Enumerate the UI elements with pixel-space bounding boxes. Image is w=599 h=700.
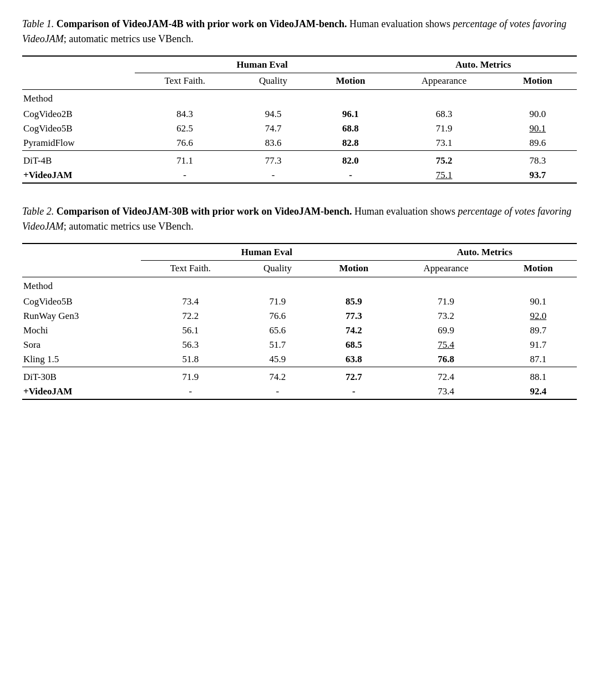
quality-cell: 83.6 [235,136,312,151]
text-faith-cell: 76.6 [135,136,235,151]
motion-auto-cell: 93.7 [499,168,577,183]
motion-human-cell: 74.2 [315,323,392,338]
motion-auto-cell: 90.1 [500,295,577,309]
text-faith-cell: - [135,168,235,183]
table-2-col-appearance: Appearance [392,261,499,277]
motion-auto-cell: 89.6 [499,136,577,151]
table-2-caption: Table 2. Comparison of VideoJAM-30B with… [22,204,577,234]
table-1-title-bold: Comparison of VideoJAM-4B with prior wor… [54,18,347,29]
table-1-caption-normal: Human evaluation shows [347,18,453,29]
motion-auto-cell: 91.7 [500,338,577,352]
motion-human-cell: 85.9 [315,295,392,309]
table-1-method-col-label: Method [22,90,135,108]
table-1: Human Eval Auto. Metrics Text Faith. Qua… [22,55,577,184]
motion-auto-cell: 78.3 [499,151,577,169]
table-row: Sora56.351.768.575.491.7 [22,338,577,352]
table-1-col-quality: Quality [235,73,312,90]
table-1-proposed-rows: DiT-4B71.177.382.075.278.3+VideoJAM---75… [22,151,577,184]
table-1-auto-metrics-header: Auto. Metrics [390,56,577,73]
table-1-human-eval-header: Human Eval [135,56,390,73]
table-1-col-motion2: Motion [499,73,577,90]
motion-auto-cell: 87.1 [500,352,577,367]
method-cell: PyramidFlow [22,136,135,151]
table-1-col-text-faith: Text Faith. [135,73,235,90]
table-2-title-bold: Comparison of VideoJAM-30B with prior wo… [54,206,352,217]
table-2-human-eval-header: Human Eval [141,244,392,261]
table-1-section: Table 1. Comparison of VideoJAM-4B with … [22,17,577,184]
motion-human-cell: - [315,384,392,399]
table-row: PyramidFlow76.683.682.873.189.6 [22,136,577,151]
method-cell: Mochi [22,323,141,338]
table-row: Mochi56.165.674.269.989.7 [22,323,577,338]
table-2-bottom-border [22,399,577,400]
motion-auto-cell: 92.0 [500,309,577,323]
motion-auto-cell: 90.0 [499,107,577,121]
table-1-num: Table 1. [22,18,54,29]
table-1-method-label-row: Method [22,90,577,108]
text-faith-cell: 72.2 [141,309,240,323]
appearance-cell: 72.4 [392,367,499,385]
method-cell: Kling 1.5 [22,352,141,367]
motion-human-cell: 77.3 [315,309,392,323]
appearance-cell: 71.9 [392,295,499,309]
table-1-col-appearance: Appearance [390,73,499,90]
text-faith-cell: 62.5 [135,121,235,136]
method-cell: +VideoJAM [22,168,135,183]
appearance-cell: 73.4 [392,384,499,399]
table-row: RunWay Gen372.276.677.373.292.0 [22,309,577,323]
table-2-col-quality: Quality [240,261,316,277]
quality-cell: 45.9 [240,352,316,367]
motion-human-cell: 63.8 [315,352,392,367]
motion-human-cell: 96.1 [311,107,389,121]
table-1-bottom-border [22,183,577,184]
table-2: Human Eval Auto. Metrics Text Faith. Qua… [22,243,577,400]
quality-cell: 94.5 [235,107,312,121]
motion-auto-cell: 89.7 [500,323,577,338]
motion-human-cell: 82.8 [311,136,389,151]
table-2-col-text-faith: Text Faith. [141,261,240,277]
quality-cell: 65.6 [240,323,316,338]
table-2-proposed-rows: DiT-30B71.974.272.772.488.1+VideoJAM---7… [22,367,577,400]
appearance-cell: 73.1 [390,136,499,151]
text-faith-cell: 56.3 [141,338,240,352]
table-2-col-motion: Motion [315,261,392,277]
table-1-baseline-rows: CogVideo2B84.394.596.168.390.0CogVideo5B… [22,107,577,151]
method-cell: RunWay Gen3 [22,309,141,323]
appearance-cell: 75.1 [390,168,499,183]
table-1-group-header-row: Human Eval Auto. Metrics [22,56,577,73]
quality-cell: 71.9 [240,295,316,309]
quality-cell: 76.6 [240,309,316,323]
text-faith-cell: 56.1 [141,323,240,338]
quality-cell: 51.7 [240,338,316,352]
motion-auto-cell: 88.1 [500,367,577,385]
quality-cell: 74.7 [235,121,312,136]
table-2-method-col-label: Method [22,277,141,295]
appearance-cell: 75.2 [390,151,499,169]
method-cell: DiT-4B [22,151,135,169]
motion-human-cell: 82.0 [311,151,389,169]
text-faith-cell: 71.1 [135,151,235,169]
table-2-caption-normal: Human evaluation shows [352,206,458,217]
method-cell: DiT-30B [22,367,141,385]
table-1-col-motion: Motion [311,73,389,90]
method-cell: Sora [22,338,141,352]
text-faith-cell: 51.8 [141,352,240,367]
quality-cell: - [240,384,316,399]
method-cell: CogVideo5B [22,121,135,136]
text-faith-cell: 71.9 [141,367,240,385]
table-2-col-motion2: Motion [500,261,577,277]
table-2-empty-header [22,244,141,277]
appearance-cell: 69.9 [392,323,499,338]
motion-auto-cell: 90.1 [499,121,577,136]
text-faith-cell: 84.3 [135,107,235,121]
table-row: CogVideo5B73.471.985.971.990.1 [22,295,577,309]
table-1-caption-end: ; automatic metrics use VBench. [64,33,194,44]
table-1-empty-header [22,56,135,90]
table-row: CogVideo2B84.394.596.168.390.0 [22,107,577,121]
table-2-baseline-rows: CogVideo5B73.471.985.971.990.1RunWay Gen… [22,295,577,367]
appearance-cell: 75.4 [392,338,499,352]
motion-human-cell: 68.8 [311,121,389,136]
text-faith-cell: - [141,384,240,399]
table-row: +VideoJAM---73.492.4 [22,384,577,399]
table-row: +VideoJAM---75.193.7 [22,168,577,183]
